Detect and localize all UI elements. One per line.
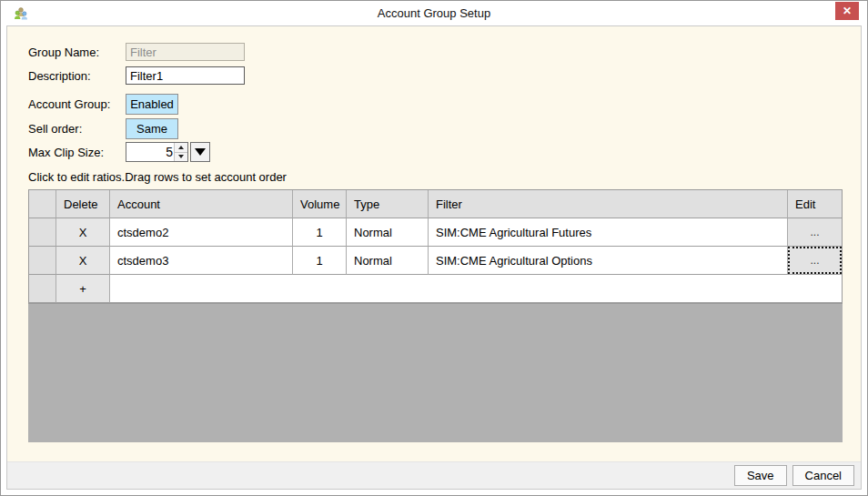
max-clip-size-input[interactable] [126, 143, 174, 161]
type-cell[interactable]: Normal [347, 218, 429, 247]
dialog-account-group-setup: Account Group Setup ✕ Group Name: Descri… [0, 0, 868, 496]
new-row-empty-cell [110, 275, 842, 303]
title-bar: Account Group Setup ✕ [6, 1, 862, 25]
group-name-field [126, 43, 245, 61]
type-cell[interactable]: Normal [347, 247, 429, 275]
save-button[interactable]: Save [734, 465, 787, 486]
filter-cell[interactable]: SIM:CME Agricultural Futures [429, 218, 788, 247]
column-header-account: Account [110, 190, 293, 218]
filter-cell[interactable]: SIM:CME Agricultural Options [429, 247, 788, 275]
group-name-label: Group Name: [28, 46, 126, 59]
description-label: Description: [28, 69, 126, 83]
dialog-footer: Save Cancel [7, 461, 861, 489]
volume-cell[interactable]: 1 [293, 218, 347, 247]
column-header-filter: Filter [429, 190, 788, 218]
description-row: Description: [28, 66, 861, 85]
sell-order-toggle-button[interactable]: Same [126, 118, 178, 139]
group-name-row: Group Name: [28, 43, 861, 61]
close-button[interactable]: ✕ [835, 2, 859, 20]
spinner-up-button[interactable] [175, 143, 187, 152]
sell-order-row: Sell order: Same [28, 118, 861, 139]
spinner-down-icon [178, 155, 184, 158]
max-clip-size-label: Max Clip Size: [28, 146, 126, 159]
account-group-row: Account Group: Enabled [28, 94, 861, 115]
column-header-edit: Edit [788, 190, 842, 218]
accounts-table: Delete Account Volume Type Filter Edit X… [28, 189, 843, 304]
column-header-rowselector [29, 190, 56, 218]
cancel-button[interactable]: Cancel [792, 465, 854, 486]
volume-cell[interactable]: 1 [293, 247, 347, 275]
max-clip-size-control [126, 142, 210, 162]
new-row-drag-handle [29, 275, 56, 303]
dialog-client-area: Group Name: Description: Account Group: … [6, 25, 862, 490]
max-clip-size-dropdown-button[interactable] [190, 142, 210, 162]
spinner-buttons [174, 143, 187, 161]
close-icon: ✕ [843, 5, 852, 17]
column-header-volume: Volume [293, 190, 347, 218]
grid-empty-area [28, 304, 843, 442]
spinner-up-icon [178, 146, 184, 149]
column-header-delete: Delete [56, 190, 110, 218]
delete-cell[interactable]: X [56, 218, 110, 247]
delete-cell[interactable]: X [56, 247, 110, 275]
row-drag-handle[interactable] [29, 247, 56, 275]
account-cell[interactable]: ctsdemo2 [110, 218, 293, 247]
description-field[interactable] [126, 66, 245, 85]
form-area: Group Name: Description: Account Group: … [7, 26, 861, 461]
grid-hint-text: Click to edit ratios.Drag rows to set ac… [28, 170, 861, 184]
sell-order-label: Sell order: [28, 122, 126, 136]
page-title: Account Group Setup [6, 6, 862, 20]
column-header-type: Type [347, 190, 429, 218]
chevron-down-icon [195, 148, 206, 156]
add-row-button[interactable]: + [56, 275, 110, 303]
account-group-label: Account Group: [28, 97, 126, 111]
max-clip-size-spinner [126, 142, 188, 162]
edit-button[interactable]: ... [788, 218, 842, 247]
account-group-toggle-button[interactable]: Enabled [126, 94, 178, 115]
spinner-down-button[interactable] [175, 152, 187, 162]
account-cell[interactable]: ctsdemo3 [110, 247, 293, 275]
edit-button[interactable]: ... [788, 247, 842, 275]
max-clip-size-row: Max Clip Size: [28, 142, 861, 162]
row-drag-handle[interactable] [29, 218, 56, 247]
